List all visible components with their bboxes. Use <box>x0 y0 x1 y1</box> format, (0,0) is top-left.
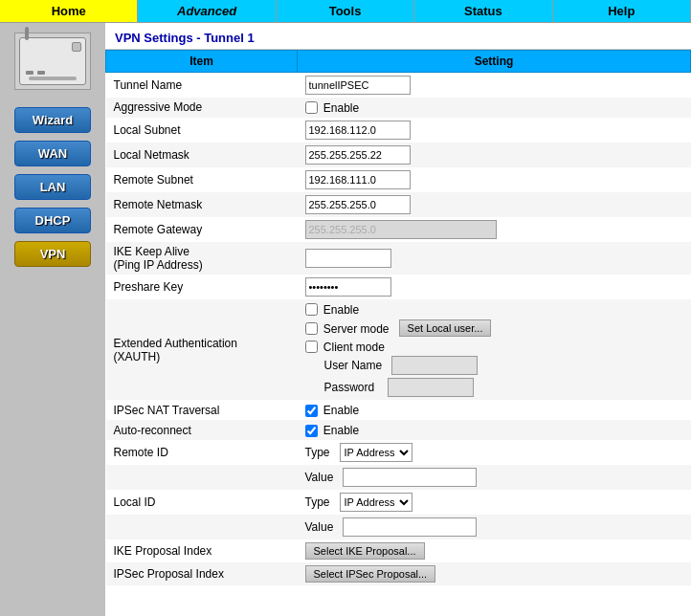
ext-auth-enable-text: Enable <box>323 303 359 317</box>
auto-reconnect-cell: Enable <box>298 420 691 440</box>
table-row: IKE Keep Alive (Ping IP Address) <box>106 242 691 275</box>
col-setting: Setting <box>298 51 691 73</box>
tab-tools[interactable]: Tools <box>277 0 414 22</box>
ipsec-nat-text: Enable <box>323 404 359 417</box>
tunnel-name-label: Tunnel Name <box>106 73 298 99</box>
table-row: Extended Authentication (XAUTH) Enable S… <box>106 299 691 401</box>
preshare-key-cell <box>298 275 691 299</box>
sidebar-btn-dhcp[interactable]: DHCP <box>14 208 91 233</box>
table-row: Aggressive Mode Enable <box>106 98 691 118</box>
remote-id-value-spacer <box>106 465 298 490</box>
ike-keepalive-cell <box>298 242 691 275</box>
remote-id-type-select[interactable]: IP Address FQDN Email <box>340 443 412 462</box>
col-item: Item <box>106 51 298 73</box>
ext-auth-label: Extended Authentication (XAUTH) <box>106 299 298 401</box>
preshare-key-label: Preshare Key <box>106 275 298 299</box>
table-row: Auto-reconnect Enable <box>106 420 691 440</box>
password-input[interactable] <box>388 378 474 397</box>
table-row: Local ID Type IP Address FQDN Email <box>106 490 691 515</box>
ext-auth-enable-checkbox[interactable] <box>305 303 318 316</box>
sidebar: Wizard WAN LAN DHCP VPN <box>0 23 105 616</box>
table-row: Local Subnet <box>106 118 691 143</box>
auto-reconnect-label: Auto-reconnect <box>106 420 298 440</box>
remote-id-type-cell: Type IP Address FQDN Email <box>298 440 691 465</box>
remote-gateway-input[interactable] <box>305 220 497 239</box>
ike-proposal-cell: Select IKE Proposal... <box>298 539 691 562</box>
remote-id-value-cell: Value <box>298 465 691 490</box>
local-id-type-cell: Type IP Address FQDN Email <box>298 490 691 515</box>
top-nav: Home Advanced Tools Status Help <box>0 0 691 23</box>
remote-id-value-input[interactable] <box>343 468 477 487</box>
preshare-key-input[interactable] <box>305 277 391 297</box>
remote-netmask-label: Remote Netmask <box>106 192 298 217</box>
ike-proposal-button[interactable]: Select IKE Proposal... <box>305 542 425 560</box>
table-row: Remote ID Type IP Address FQDN Email <box>106 440 691 465</box>
tab-status[interactable]: Status <box>414 0 552 22</box>
tab-help[interactable]: Help <box>553 0 691 22</box>
local-subnet-input[interactable] <box>305 121 411 140</box>
remote-id-value-label: Value <box>305 471 334 484</box>
remote-subnet-input[interactable] <box>305 170 411 189</box>
username-label: User Name <box>324 359 383 372</box>
remote-id-label: Remote ID <box>106 440 298 465</box>
local-id-value-spacer <box>106 515 298 539</box>
aggressive-mode-text: Enable <box>323 101 359 115</box>
table-row: Remote Subnet <box>106 167 691 192</box>
local-netmask-input[interactable] <box>305 145 411 165</box>
main-layout: Wizard WAN LAN DHCP VPN VPN Settings - T… <box>0 23 691 616</box>
page-title: VPN Settings - Tunnel 1 <box>105 23 691 50</box>
table-row: IPSec NAT Traversal Enable <box>106 400 691 420</box>
sidebar-btn-lan[interactable]: LAN <box>14 174 91 200</box>
aggressive-mode-checkbox[interactable] <box>305 101 318 114</box>
ipsec-nat-checkbox[interactable] <box>305 405 318 417</box>
remote-gateway-label: Remote Gateway <box>106 217 298 242</box>
ext-auth-client-checkbox[interactable] <box>305 341 318 353</box>
ipsec-proposal-button[interactable]: Select IPSec Proposal... <box>305 565 436 583</box>
remote-subnet-cell <box>298 167 691 192</box>
local-id-type-label: Type <box>305 495 330 509</box>
password-label: Password <box>324 381 375 394</box>
ext-auth-client-text: Client mode <box>323 340 385 353</box>
aggressive-mode-label: Aggressive Mode <box>106 98 298 118</box>
remote-netmask-input[interactable] <box>305 195 411 214</box>
tab-advanced[interactable]: Advanced <box>138 0 276 22</box>
sidebar-btn-wizard[interactable]: Wizard <box>14 107 91 133</box>
table-row: Value <box>106 465 691 490</box>
ike-keepalive-input[interactable] <box>305 249 391 268</box>
ext-auth-cell: Enable Server mode Set Local user... Cli… <box>298 299 691 401</box>
local-id-label: Local ID <box>106 490 298 515</box>
ext-auth-server-text: Server mode <box>323 321 390 335</box>
remote-netmask-cell <box>298 192 691 217</box>
sidebar-btn-vpn[interactable]: VPN <box>14 241 91 267</box>
local-subnet-cell <box>298 118 691 143</box>
ipsec-proposal-label: IPSec Proposal Index <box>106 562 298 585</box>
main-content: VPN Settings - Tunnel 1 Item Setting Tun… <box>105 23 691 616</box>
table-row: Local Netmask <box>106 143 691 167</box>
username-input[interactable] <box>391 356 478 375</box>
router-image <box>14 33 91 90</box>
table-row: Tunnel Name <box>106 73 691 99</box>
table-row: Preshare Key <box>106 275 691 299</box>
ipsec-nat-label: IPSec NAT Traversal <box>106 400 298 420</box>
auto-reconnect-text: Enable <box>323 424 359 437</box>
sidebar-btn-wan[interactable]: WAN <box>14 141 91 166</box>
auto-reconnect-checkbox[interactable] <box>305 425 318 437</box>
remote-gateway-cell <box>298 217 691 242</box>
ipsec-nat-cell: Enable <box>298 400 691 420</box>
table-row: Remote Gateway <box>106 217 691 242</box>
ike-proposal-label: IKE Proposal Index <box>106 539 298 562</box>
router-body <box>19 37 86 85</box>
tunnel-name-cell <box>298 73 691 99</box>
ipsec-proposal-cell: Select IPSec Proposal... <box>298 562 691 585</box>
table-row: IPSec Proposal Index Select IPSec Propos… <box>106 562 691 585</box>
ike-keepalive-label: IKE Keep Alive (Ping IP Address) <box>106 242 298 275</box>
tunnel-name-input[interactable] <box>305 76 411 95</box>
tab-home[interactable]: Home <box>0 0 138 22</box>
local-id-value-cell: Value <box>298 515 691 539</box>
table-row: IKE Proposal Index Select IKE Proposal..… <box>106 539 691 562</box>
ext-auth-server-checkbox[interactable] <box>305 322 318 335</box>
set-local-user-button[interactable]: Set Local user... <box>399 319 492 337</box>
local-id-value-input[interactable] <box>343 517 477 537</box>
local-id-type-select[interactable]: IP Address FQDN Email <box>340 493 412 512</box>
settings-table: Item Setting Tunnel Name Aggressive Mode <box>105 50 691 585</box>
